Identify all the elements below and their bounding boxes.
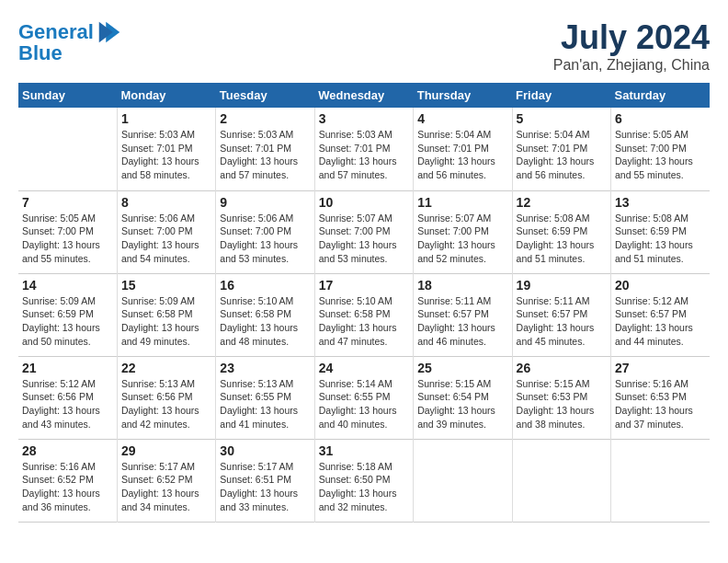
day-info: Sunrise: 5:06 AM Sunset: 7:00 PM Dayligh…: [121, 212, 211, 266]
day-number: 20: [615, 278, 706, 293]
calendar-header-row: SundayMondayTuesdayWednesdayThursdayFrid…: [18, 83, 710, 108]
day-cell: 6Sunrise: 5:05 AM Sunset: 7:00 PM Daylig…: [611, 108, 710, 190]
day-info: Sunrise: 5:09 AM Sunset: 6:58 PM Dayligh…: [121, 294, 211, 349]
day-number: 12: [517, 195, 607, 210]
day-cell: 29Sunrise: 5:17 AM Sunset: 6:52 PM Dayli…: [117, 439, 215, 522]
col-header-saturday: Saturday: [611, 83, 710, 108]
day-cell: 2Sunrise: 5:03 AM Sunset: 7:01 PM Daylig…: [216, 108, 314, 190]
day-number: 19: [517, 278, 607, 293]
day-cell: 13Sunrise: 5:08 AM Sunset: 6:59 PM Dayli…: [611, 190, 710, 273]
day-number: 14: [22, 278, 113, 293]
day-number: 7: [22, 195, 113, 210]
day-cell: [512, 439, 610, 522]
col-header-sunday: Sunday: [18, 83, 117, 108]
day-info: Sunrise: 5:17 AM Sunset: 6:52 PM Dayligh…: [121, 460, 211, 514]
day-cell: [18, 108, 117, 190]
day-info: Sunrise: 5:08 AM Sunset: 6:59 PM Dayligh…: [615, 212, 706, 266]
day-cell: 7Sunrise: 5:05 AM Sunset: 7:00 PM Daylig…: [18, 190, 117, 273]
day-cell: 12Sunrise: 5:08 AM Sunset: 6:59 PM Dayli…: [512, 190, 610, 273]
day-number: 16: [220, 278, 310, 293]
day-number: 30: [220, 443, 310, 458]
week-row-5: 28Sunrise: 5:16 AM Sunset: 6:52 PM Dayli…: [18, 439, 710, 522]
col-header-tuesday: Tuesday: [216, 83, 314, 108]
day-cell: 31Sunrise: 5:18 AM Sunset: 6:50 PM Dayli…: [314, 439, 413, 522]
day-number: 17: [319, 278, 409, 293]
day-info: Sunrise: 5:16 AM Sunset: 6:52 PM Dayligh…: [22, 460, 113, 514]
week-row-3: 14Sunrise: 5:09 AM Sunset: 6:59 PM Dayli…: [18, 273, 710, 356]
day-number: 3: [319, 111, 409, 126]
day-cell: 20Sunrise: 5:12 AM Sunset: 6:57 PM Dayli…: [611, 273, 710, 356]
day-cell: 26Sunrise: 5:15 AM Sunset: 6:53 PM Dayli…: [512, 356, 610, 439]
day-info: Sunrise: 5:06 AM Sunset: 7:00 PM Dayligh…: [220, 212, 310, 266]
col-header-friday: Friday: [512, 83, 610, 108]
day-cell: [611, 439, 710, 522]
day-cell: 1Sunrise: 5:03 AM Sunset: 7:01 PM Daylig…: [117, 108, 215, 190]
day-number: 18: [417, 278, 507, 293]
col-header-thursday: Thursday: [414, 83, 512, 108]
location: Pan'an, Zhejiang, China: [553, 57, 710, 74]
day-cell: 4Sunrise: 5:04 AM Sunset: 7:01 PM Daylig…: [414, 108, 512, 190]
day-cell: 11Sunrise: 5:07 AM Sunset: 7:00 PM Dayli…: [414, 190, 512, 273]
day-cell: 27Sunrise: 5:16 AM Sunset: 6:53 PM Dayli…: [611, 356, 710, 439]
week-row-4: 21Sunrise: 5:12 AM Sunset: 6:56 PM Dayli…: [18, 356, 710, 439]
calendar-table: SundayMondayTuesdayWednesdayThursdayFrid…: [18, 83, 710, 523]
day-cell: 16Sunrise: 5:10 AM Sunset: 6:58 PM Dayli…: [216, 273, 314, 356]
day-cell: 30Sunrise: 5:17 AM Sunset: 6:51 PM Dayli…: [216, 439, 314, 522]
day-info: Sunrise: 5:03 AM Sunset: 7:01 PM Dayligh…: [319, 128, 409, 182]
day-number: 27: [615, 361, 706, 375]
day-number: 4: [417, 111, 507, 126]
day-number: 29: [121, 443, 211, 458]
day-info: Sunrise: 5:13 AM Sunset: 6:56 PM Dayligh…: [121, 377, 211, 431]
day-info: Sunrise: 5:03 AM Sunset: 7:01 PM Dayligh…: [121, 128, 211, 182]
day-cell: 17Sunrise: 5:10 AM Sunset: 6:58 PM Dayli…: [314, 273, 413, 356]
day-number: 26: [517, 361, 607, 375]
day-info: Sunrise: 5:15 AM Sunset: 6:54 PM Dayligh…: [417, 377, 507, 431]
day-info: Sunrise: 5:14 AM Sunset: 6:55 PM Dayligh…: [319, 377, 409, 431]
day-number: 25: [417, 361, 507, 375]
week-row-2: 7Sunrise: 5:05 AM Sunset: 7:00 PM Daylig…: [18, 190, 710, 273]
day-cell: 8Sunrise: 5:06 AM Sunset: 7:00 PM Daylig…: [117, 190, 215, 273]
day-info: Sunrise: 5:08 AM Sunset: 6:59 PM Dayligh…: [517, 212, 607, 266]
day-number: 9: [220, 195, 310, 210]
day-number: 31: [319, 443, 409, 458]
day-cell: 25Sunrise: 5:15 AM Sunset: 6:54 PM Dayli…: [414, 356, 512, 439]
day-info: Sunrise: 5:05 AM Sunset: 7:00 PM Dayligh…: [22, 212, 113, 266]
day-cell: 3Sunrise: 5:03 AM Sunset: 7:01 PM Daylig…: [314, 108, 413, 190]
day-cell: 18Sunrise: 5:11 AM Sunset: 6:57 PM Dayli…: [414, 273, 512, 356]
day-info: Sunrise: 5:07 AM Sunset: 7:00 PM Dayligh…: [417, 212, 507, 266]
logo-icon: [96, 18, 123, 46]
day-cell: 10Sunrise: 5:07 AM Sunset: 7:00 PM Dayli…: [314, 190, 413, 273]
day-number: 24: [319, 361, 409, 375]
logo-text: General: [18, 21, 94, 43]
day-info: Sunrise: 5:05 AM Sunset: 7:00 PM Dayligh…: [615, 128, 706, 182]
day-number: 13: [615, 195, 706, 210]
day-cell: 15Sunrise: 5:09 AM Sunset: 6:58 PM Dayli…: [117, 273, 215, 356]
day-number: 15: [121, 278, 211, 293]
day-cell: 19Sunrise: 5:11 AM Sunset: 6:57 PM Dayli…: [512, 273, 610, 356]
day-info: Sunrise: 5:17 AM Sunset: 6:51 PM Dayligh…: [220, 460, 310, 514]
day-cell: 14Sunrise: 5:09 AM Sunset: 6:59 PM Dayli…: [18, 273, 117, 356]
day-number: 28: [22, 443, 113, 458]
day-cell: 9Sunrise: 5:06 AM Sunset: 7:00 PM Daylig…: [216, 190, 314, 273]
day-info: Sunrise: 5:11 AM Sunset: 6:57 PM Dayligh…: [517, 294, 607, 349]
day-info: Sunrise: 5:10 AM Sunset: 6:58 PM Dayligh…: [220, 294, 310, 349]
day-cell: 23Sunrise: 5:13 AM Sunset: 6:55 PM Dayli…: [216, 356, 314, 439]
day-number: 2: [220, 111, 310, 126]
day-number: 8: [121, 195, 211, 210]
day-info: Sunrise: 5:13 AM Sunset: 6:55 PM Dayligh…: [220, 377, 310, 431]
day-number: 6: [615, 111, 706, 126]
day-cell: 22Sunrise: 5:13 AM Sunset: 6:56 PM Dayli…: [117, 356, 215, 439]
day-info: Sunrise: 5:18 AM Sunset: 6:50 PM Dayligh…: [319, 460, 409, 514]
col-header-wednesday: Wednesday: [314, 83, 413, 108]
day-number: 21: [22, 361, 113, 375]
day-number: 10: [319, 195, 409, 210]
day-cell: 5Sunrise: 5:04 AM Sunset: 7:01 PM Daylig…: [512, 108, 610, 190]
day-number: 5: [517, 111, 607, 126]
title-block: July 2024 Pan'an, Zhejiang, China: [553, 18, 710, 74]
day-info: Sunrise: 5:09 AM Sunset: 6:59 PM Dayligh…: [22, 294, 113, 349]
day-info: Sunrise: 5:03 AM Sunset: 7:01 PM Dayligh…: [220, 128, 310, 182]
day-cell: 24Sunrise: 5:14 AM Sunset: 6:55 PM Dayli…: [314, 356, 413, 439]
day-info: Sunrise: 5:12 AM Sunset: 6:56 PM Dayligh…: [22, 377, 113, 431]
day-number: 23: [220, 361, 310, 375]
day-info: Sunrise: 5:10 AM Sunset: 6:58 PM Dayligh…: [319, 294, 409, 349]
